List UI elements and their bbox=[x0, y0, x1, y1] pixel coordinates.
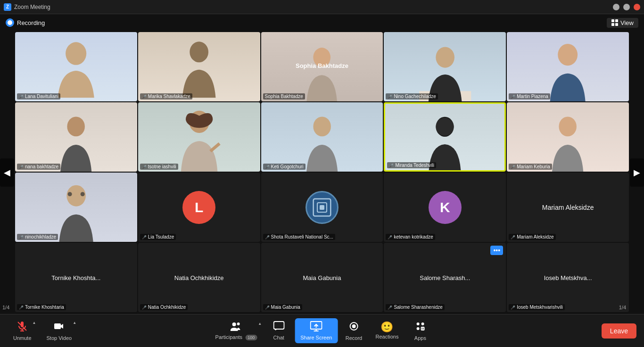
video-bg bbox=[384, 32, 506, 101]
chat-button[interactable]: Chat bbox=[264, 318, 293, 343]
chat-svg bbox=[273, 321, 284, 331]
name-text: Tornike Khoshtaria bbox=[25, 305, 64, 310]
svg-line-8 bbox=[210, 144, 219, 151]
chat-icon bbox=[273, 321, 284, 333]
participant-cell[interactable]: K ketevan kotrikadze bbox=[384, 173, 506, 242]
person-silhouette bbox=[412, 39, 479, 101]
participant-cell[interactable]: Mariam Aleksidze Mariam Aleksidze bbox=[507, 173, 629, 242]
participant-cell[interactable]: Keti Gogotchuri bbox=[261, 102, 383, 172]
name-text: nana bakhtadze bbox=[25, 164, 58, 169]
mute-icon bbox=[265, 305, 270, 310]
name-text: Keti Gogotchuri bbox=[271, 164, 304, 169]
center-display-name: Sophia Bakhtadze bbox=[296, 62, 348, 69]
record-button[interactable]: Record bbox=[339, 318, 368, 344]
svg-point-5 bbox=[558, 44, 578, 66]
recording-text: Recording bbox=[17, 19, 45, 26]
participant-name: Marika Shavlakadze bbox=[140, 93, 192, 99]
participant-cell[interactable]: Maia Gabunia Maia Gabunia bbox=[261, 243, 383, 312]
participant-cell[interactable]: nana bakhtadze bbox=[15, 102, 137, 172]
view-label: View bbox=[620, 19, 634, 26]
view-button[interactable]: View bbox=[607, 18, 638, 28]
participant-cell[interactable]: Ioseb Metskhva... Ioseb Metskhvarishvili bbox=[507, 243, 629, 312]
participant-cell[interactable]: Mariam Keburia bbox=[507, 102, 629, 172]
stop-video-button[interactable]: Stop Video ▲ bbox=[41, 318, 78, 344]
svg-point-38 bbox=[416, 327, 419, 330]
participant-name: Mariam Aleksidze bbox=[509, 234, 555, 240]
participants-caret[interactable]: ▲ bbox=[258, 322, 262, 326]
record-icon bbox=[348, 321, 359, 334]
center-name: Mariam Aleksidze bbox=[542, 204, 594, 211]
unmute-label: Unmute bbox=[13, 335, 32, 341]
mute-icon bbox=[19, 164, 24, 169]
svg-rect-29 bbox=[273, 322, 284, 329]
mute-icon bbox=[511, 164, 515, 169]
participant-cell[interactable]: tsotne iashvili bbox=[138, 102, 260, 172]
leave-button[interactable]: Leave bbox=[602, 323, 636, 339]
participants-button[interactable]: Participants 100 ▲ bbox=[210, 319, 263, 343]
stop-video-caret[interactable]: ▲ bbox=[73, 321, 76, 325]
participant-name: Maia Gabunia bbox=[263, 304, 302, 310]
mute-icon bbox=[19, 305, 24, 310]
participant-cell-active[interactable]: Miranda Tedeshvili bbox=[384, 102, 506, 172]
center-name: Natia Ochkhikidze bbox=[174, 274, 224, 281]
svg-point-9 bbox=[313, 116, 330, 136]
recording-badge: Recording bbox=[6, 18, 45, 27]
mute-icon bbox=[19, 94, 24, 99]
participant-cell[interactable]: Sophia Bakhtadze Sophia Bakhtadze bbox=[261, 32, 383, 101]
person-silhouette bbox=[42, 109, 109, 172]
grid-cell bbox=[611, 19, 614, 22]
name-text: Mariam Aleksidze bbox=[517, 234, 553, 240]
participant-cell[interactable]: Marika Shavlakadze bbox=[138, 32, 260, 101]
name-text: ketevan kotrikadze bbox=[394, 234, 433, 240]
svg-point-28 bbox=[237, 322, 240, 325]
video-bg bbox=[15, 102, 137, 172]
titlebar: Z Zoom Meeting ─ □ ✕ bbox=[0, 0, 644, 14]
logo-svg bbox=[310, 196, 334, 219]
stop-video-label: Stop Video bbox=[47, 335, 72, 341]
participant-cell[interactable]: Shota Rustaveli National Sc... bbox=[261, 173, 383, 242]
participants-icon bbox=[231, 322, 242, 333]
participant-name: Tornike Khoshtaria bbox=[17, 304, 66, 310]
center-name: Maia Gabunia bbox=[303, 274, 341, 281]
reactions-button[interactable]: 🙂 Reactions bbox=[370, 319, 404, 342]
participant-cell[interactable]: Lana Davituliani bbox=[15, 32, 137, 101]
person-silhouette bbox=[534, 39, 601, 101]
participant-cell[interactable]: Martin Piazena bbox=[507, 32, 629, 101]
name-text: Mariam Keburia bbox=[517, 164, 550, 169]
minimize-button[interactable]: ─ bbox=[613, 4, 619, 10]
participant-name: Lia Tsuladze bbox=[140, 234, 176, 240]
participant-name: Sophia Bakhtadze bbox=[263, 93, 305, 99]
share-screen-label: Share Screen bbox=[300, 335, 332, 340]
participant-cell[interactable]: Tornike Khoshta... Tornike Khoshtaria bbox=[15, 243, 137, 312]
unmute-button[interactable]: Unmute ▲ bbox=[8, 318, 37, 344]
zoom-icon: Z bbox=[4, 3, 11, 11]
name-text: Martin Piazena bbox=[517, 94, 548, 99]
nav-next-button[interactable]: ▶ bbox=[630, 158, 644, 187]
more-options-button[interactable]: ••• bbox=[490, 246, 503, 255]
participant-cell[interactable]: ninochikhladze bbox=[15, 173, 137, 242]
record-label: Record bbox=[346, 335, 362, 341]
page-indicator-right: 1/4 bbox=[619, 305, 626, 310]
close-button[interactable]: ✕ bbox=[634, 4, 640, 10]
titlebar-left: Z Zoom Meeting bbox=[4, 3, 50, 11]
video-bg bbox=[15, 173, 137, 242]
name-text: Sophia Bakhtadze bbox=[265, 94, 303, 99]
participant-name: ninochikhladze bbox=[17, 234, 58, 240]
window-controls[interactable]: ─ □ ✕ bbox=[613, 4, 640, 10]
participant-cell[interactable]: L Lia Tsuladze bbox=[138, 173, 260, 242]
participant-cell[interactable]: Natia Ochkhikidze Natia Ochkhikidze bbox=[138, 243, 260, 312]
share-screen-button[interactable]: Share Screen bbox=[295, 318, 338, 343]
participant-cell[interactable]: ••• Salome Sharash... Salome Sharashenid… bbox=[384, 243, 506, 312]
nav-prev-button[interactable]: ◀ bbox=[0, 158, 14, 187]
mute-icon bbox=[142, 305, 147, 310]
share-screen-icon bbox=[310, 321, 322, 333]
maximize-button[interactable]: □ bbox=[623, 4, 630, 10]
unmute-caret[interactable]: ▲ bbox=[33, 321, 36, 325]
center-name: Salome Sharash... bbox=[420, 274, 470, 281]
participant-cell[interactable]: Nino Gachechiladze bbox=[384, 32, 506, 101]
video-bg bbox=[261, 102, 383, 172]
video-bg bbox=[507, 102, 629, 172]
participant-name: nana bakhtadze bbox=[17, 164, 60, 170]
apps-button[interactable]: Apps bbox=[406, 318, 434, 344]
video-bg bbox=[15, 32, 137, 101]
